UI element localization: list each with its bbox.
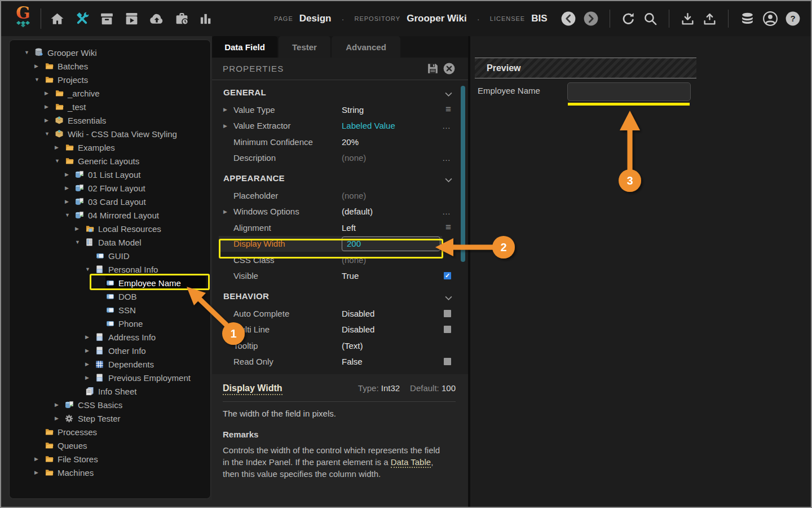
chevron-down-icon[interactable] xyxy=(445,89,452,99)
back-icon[interactable] xyxy=(561,11,576,27)
expander-collapsed-icon[interactable]: ▶ xyxy=(85,361,95,367)
archive-box-icon[interactable] xyxy=(99,11,114,27)
help-icon[interactable]: ? xyxy=(785,11,801,27)
tree-item-guid[interactable]: GUID xyxy=(10,249,210,262)
tree-item-test[interactable]: ▶_test xyxy=(10,100,210,113)
doc-title-link[interactable]: Display Width xyxy=(223,383,283,395)
tree-item-examples[interactable]: ▶Examples xyxy=(10,141,210,154)
tree-item-essentials[interactable]: ▶Essentials xyxy=(10,113,210,127)
expander-collapsed-icon[interactable]: ▶ xyxy=(223,107,233,112)
tree-item-personal-info[interactable]: ▼Personal Info xyxy=(10,262,210,276)
property-row-multi-line[interactable]: Multi LineDisabled xyxy=(212,322,468,338)
expander-expanded-icon[interactable]: ▼ xyxy=(65,212,75,218)
checkbox-checked[interactable]: ✓ xyxy=(444,268,451,284)
expander-collapsed-icon[interactable]: ▶ xyxy=(65,185,75,191)
ellipsis-button[interactable]: … xyxy=(442,150,451,167)
tree-item-dob[interactable]: DOB xyxy=(10,290,210,303)
property-row-tooltip[interactable]: Tooltip(Text) xyxy=(212,338,468,354)
account-icon[interactable] xyxy=(762,11,778,27)
expander-collapsed-icon[interactable]: ▶ xyxy=(75,226,85,231)
tree-item-previous-employment[interactable]: ▶Previous Employment xyxy=(10,371,210,384)
expander-collapsed-icon[interactable]: ▶ xyxy=(45,90,55,96)
tree-item-02-flow-layout[interactable]: ▶02 Flow Layout xyxy=(10,181,210,195)
employee-name-input[interactable] xyxy=(567,82,691,101)
expander-collapsed-icon[interactable]: ▶ xyxy=(55,402,65,408)
properties-scrollbar-thumb[interactable] xyxy=(461,86,465,262)
section-header-general[interactable]: GENERAL xyxy=(212,80,468,102)
ellipsis-button[interactable]: … xyxy=(442,204,451,220)
property-row-value-extractor[interactable]: ▶Value ExtractorLabeled Value… xyxy=(212,118,468,134)
tree-item-wiki-css-data-view-styling[interactable]: ▼Wiki - CSS Data View Styling xyxy=(10,127,210,141)
forward-icon[interactable] xyxy=(583,11,599,27)
expander-expanded-icon[interactable]: ▼ xyxy=(75,239,85,245)
tree-item-info-sheet[interactable]: Info Sheet xyxy=(10,384,210,398)
expander-collapsed-icon[interactable]: ▶ xyxy=(55,144,65,150)
expander-expanded-icon[interactable]: ▼ xyxy=(34,77,45,82)
database-top-icon[interactable] xyxy=(739,11,756,27)
refresh-icon[interactable] xyxy=(621,11,636,27)
menu-icon[interactable]: ≡ xyxy=(445,102,451,118)
expander-expanded-icon[interactable]: ▼ xyxy=(24,50,34,55)
page-context-value[interactable]: Design xyxy=(299,13,332,24)
tree-item-queues[interactable]: Queues xyxy=(10,439,210,452)
menu-icon[interactable]: ≡ xyxy=(445,220,451,236)
property-row-visible[interactable]: VisibleTrue✓ xyxy=(212,268,468,284)
tree-item-employee-name[interactable]: Employee Name xyxy=(10,276,210,290)
upload-icon[interactable] xyxy=(702,11,717,27)
doc-data-table-link[interactable]: Data Table xyxy=(391,457,431,468)
batch-box-icon[interactable] xyxy=(124,11,139,27)
expander-collapsed-icon[interactable]: ▶ xyxy=(34,456,45,462)
tree-item-archive[interactable]: ▶_archive xyxy=(10,86,210,100)
expander-collapsed-icon[interactable]: ▶ xyxy=(85,348,95,353)
property-row-value-type[interactable]: ▶Value TypeString≡ xyxy=(212,102,468,118)
tree-item-dependents[interactable]: ▶Dependents xyxy=(10,357,210,371)
tree-item-projects[interactable]: ▼Projects xyxy=(10,73,210,86)
expander-collapsed-icon[interactable]: ▶ xyxy=(45,104,55,110)
expander-collapsed-icon[interactable]: ▶ xyxy=(65,172,75,177)
tree-item-03-card-layout[interactable]: ▶03 Card Layout xyxy=(10,195,210,208)
property-row-display-width[interactable]: Display Width xyxy=(219,236,442,252)
cloud-upload-icon[interactable] xyxy=(149,11,165,27)
tree-item-04-mirrored-layout[interactable]: ▼04 Mirrored Layout xyxy=(10,208,210,222)
checkbox-unchecked[interactable] xyxy=(444,354,451,370)
chevron-down-icon[interactable] xyxy=(445,175,452,185)
tools-icon[interactable] xyxy=(74,11,90,27)
checkbox-unchecked[interactable] xyxy=(444,322,451,338)
tree-item-batches[interactable]: ▶Batches xyxy=(10,59,210,73)
close-icon[interactable] xyxy=(443,62,456,75)
property-row-description[interactable]: Description(none)… xyxy=(212,150,468,167)
expander-collapsed-icon[interactable]: ▶ xyxy=(223,209,233,214)
property-row-minimum-confidence[interactable]: Minimum Confidence20% xyxy=(212,134,468,150)
chevron-down-icon[interactable] xyxy=(445,293,452,303)
property-value[interactable]: (Text) xyxy=(342,341,468,351)
checkbox-unchecked[interactable] xyxy=(444,305,451,322)
repository-context-value[interactable]: Grooper Wiki xyxy=(407,13,467,24)
search-icon[interactable] xyxy=(643,11,658,27)
tree-item-processes[interactable]: Processes xyxy=(10,425,210,439)
tree-item-generic-layouts[interactable]: ▼Generic Layouts xyxy=(10,154,210,168)
expander-collapsed-icon[interactable]: ▶ xyxy=(34,470,45,475)
property-row-css-class[interactable]: CSS Class(none) xyxy=(212,252,468,268)
property-row-auto-complete[interactable]: Auto CompleteDisabled xyxy=(212,305,468,322)
property-value[interactable] xyxy=(342,237,442,251)
jobs-briefcase-icon[interactable] xyxy=(174,11,189,27)
property-row-placeholder[interactable]: Placeholder(none) xyxy=(212,187,468,204)
expander-expanded-icon[interactable]: ▼ xyxy=(45,131,55,137)
expander-collapsed-icon[interactable]: ▶ xyxy=(85,334,95,340)
property-value[interactable]: (none) xyxy=(342,191,468,200)
tree-item-data-model[interactable]: ▼Data Model xyxy=(10,235,210,249)
expander-collapsed-icon[interactable]: ▶ xyxy=(34,63,45,69)
home-icon[interactable] xyxy=(50,11,65,27)
expander-collapsed-icon[interactable]: ▶ xyxy=(223,123,233,129)
expander-collapsed-icon[interactable]: ▶ xyxy=(85,375,95,380)
tree-item-machines[interactable]: ▶Machines xyxy=(10,466,210,479)
property-row-alignment[interactable]: AlignmentLeft≡ xyxy=(212,220,468,236)
property-value[interactable]: (none) xyxy=(342,255,468,265)
tree-item-phone[interactable]: Phone xyxy=(10,317,210,330)
tree-item-address-info[interactable]: ▶Address Info xyxy=(10,330,210,344)
expander-collapsed-icon[interactable]: ▶ xyxy=(55,415,65,421)
tree-item-grooper-wiki[interactable]: ▼Grooper Wiki xyxy=(10,46,210,59)
tree-item-local-resources[interactable]: ▶Local Resources xyxy=(10,222,210,235)
property-row-read-only[interactable]: Read OnlyFalse xyxy=(212,354,468,370)
tab-data-field[interactable]: Data Field xyxy=(212,36,277,58)
